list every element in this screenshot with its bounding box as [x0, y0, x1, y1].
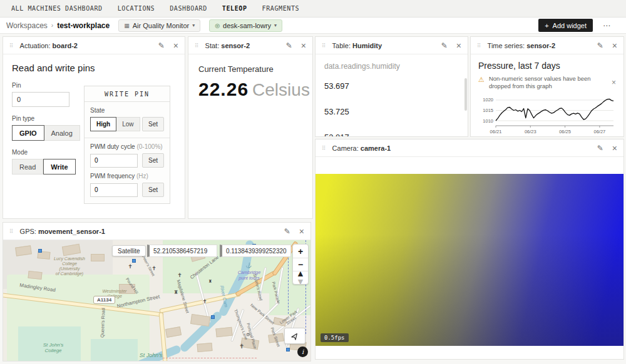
actuation-widget-header: ⠿ Actuation: board-2 ✎ × [3, 37, 185, 54]
edit-pencil-icon[interactable]: ✎ [284, 227, 290, 236]
table-widget-header: ⠿ Table: Humidity ✎ × [316, 37, 468, 54]
latitude-input[interactable] [147, 245, 217, 257]
locate-button[interactable] [284, 328, 305, 344]
nav-item-dashboard[interactable]: DASHBOARD [170, 5, 207, 12]
close-icon[interactable]: × [612, 41, 617, 51]
nav-item-teleop[interactable]: TELEOP [222, 5, 247, 12]
machine-selector-label: Air Quality Monitor [133, 22, 189, 29]
building [119, 284, 135, 294]
svg-text:06/21: 06/21 [490, 129, 502, 134]
mode-read-button[interactable]: Read [12, 159, 43, 174]
pin-type-analog-button[interactable]: Analog [44, 125, 80, 141]
svg-text:1010: 1010 [483, 118, 493, 123]
edit-pencil-icon[interactable]: ✎ [441, 41, 448, 50]
drag-handle-icon[interactable]: ⠿ [322, 145, 326, 151]
part-icon: ◎ [215, 23, 220, 29]
map-zoom-control: + − ▲▼ [292, 244, 309, 285]
state-label: State [90, 107, 164, 114]
camera-feed-image: 0.5fps [316, 174, 623, 346]
camera-widget-title: Camera: camera-1 [332, 144, 391, 152]
building [215, 327, 232, 338]
pin-type-gpio-button[interactable]: GPIO [12, 125, 44, 141]
edit-pencil-icon[interactable]: ✎ [597, 41, 603, 50]
gps-widget-title: GPS: movement_sensor-1 [20, 228, 105, 235]
drag-handle-icon[interactable]: ⠿ [322, 43, 326, 49]
info-button[interactable]: i [297, 346, 308, 357]
edit-pencil-icon[interactable]: ✎ [286, 41, 292, 50]
machine-selector[interactable]: ▦ Air Quality Monitor ▾ [118, 19, 200, 32]
svg-text:06/25: 06/25 [559, 129, 571, 134]
drag-handle-icon[interactable]: ⠿ [195, 43, 199, 49]
gps-widget-header: ⠿ GPS: movement_sensor-1 ✎ × [3, 223, 310, 240]
stat-label: Current Temperature [198, 64, 302, 74]
table-column-header: data.readings.humidity [324, 62, 459, 71]
pwm-freq-set-button[interactable]: Set [142, 183, 164, 197]
plus-icon: + [545, 22, 548, 29]
state-set-button[interactable]: Set [142, 117, 164, 131]
table-row: 53.817 [324, 124, 459, 137]
map-marker [286, 348, 290, 351]
close-icon[interactable]: × [173, 41, 178, 51]
table-row: 53.697 [324, 73, 459, 99]
drag-handle-icon[interactable]: ⠿ [9, 43, 14, 49]
pwm-duty-input[interactable] [90, 154, 138, 168]
scrollbar-thumb[interactable] [464, 78, 467, 111]
svg-text:1015: 1015 [483, 108, 493, 113]
church-icon: ✝ [128, 263, 133, 270]
drag-handle-icon[interactable]: ⠿ [477, 43, 481, 49]
close-icon[interactable]: × [301, 41, 306, 51]
longitude-input[interactable] [220, 245, 291, 257]
fps-badge: 0.5fps [321, 333, 349, 342]
actuation-widget-title: Actuation: board-2 [20, 42, 78, 49]
boundary [163, 358, 257, 358]
stat-value-row: 22.26Celsius [198, 79, 302, 100]
gps-map[interactable]: Madingley RoadNorthampton StreetPound Hi… [3, 240, 310, 361]
warning-close-icon[interactable]: × [612, 78, 616, 88]
map-marker [38, 249, 42, 253]
navigation-arrow-icon [289, 330, 300, 341]
camera-widget-header: ⠿ Camera: camera-1 ✎ × [316, 139, 623, 157]
drag-handle-icon[interactable]: ⠿ [9, 228, 14, 235]
pwm-freq-input[interactable] [90, 183, 138, 197]
compass-control[interactable]: ▲▼ [293, 271, 308, 284]
chart-title: Pressure, last 7 days [478, 61, 616, 71]
state-low-button[interactable]: Low [116, 117, 140, 131]
actuation-heading: Read and write pins [12, 63, 176, 73]
mode-write-button[interactable]: Write [43, 159, 75, 174]
close-icon[interactable]: × [612, 143, 617, 153]
nav-item-locations[interactable]: LOCATIONS [118, 5, 155, 12]
timeseries-widget-header: ⠿ Time series: sensor-2 ✎ × [471, 37, 623, 54]
close-icon[interactable]: × [456, 41, 461, 51]
actuation-widget: ⠿ Actuation: board-2 ✎ × Read and write … [3, 36, 185, 219]
pwm-duty-set-button[interactable]: Set [142, 153, 164, 168]
more-menu-button[interactable]: ⋯ [603, 21, 611, 30]
top-nav: ALL MACHINES DASHBOARD LOCATIONS DASHBOA… [0, 0, 626, 18]
pin-input[interactable] [12, 92, 69, 107]
breadcrumb-separator: › [51, 22, 53, 29]
stat-widget-header: ⠿ Stat: sensor-2 ✎ × [188, 37, 312, 54]
stat-widget-title: Stat: sensor-2 [205, 42, 250, 49]
svg-text:06/23: 06/23 [525, 129, 536, 134]
road-badge: A1134 [93, 296, 115, 304]
table-widget: ⠿ Table: Humidity ✎ × data.readings.humi… [315, 36, 468, 137]
humidity-table-rows: 53.69753.72553.81753.728 [324, 73, 459, 137]
breadcrumb-workspaces[interactable]: Workspaces [6, 21, 48, 30]
part-selector[interactable]: ◎ desk-sam-lowry ▾ [209, 19, 282, 32]
edit-pencil-icon[interactable]: ✎ [158, 41, 165, 50]
map-teal-field [91, 339, 138, 361]
camera-widget: ⠿ Camera: camera-1 ✎ × 0.5fps [315, 139, 624, 360]
nav-item-fragments[interactable]: FRAGMENTS [262, 5, 300, 12]
svg-text:06/27: 06/27 [593, 129, 605, 134]
add-widget-button[interactable]: + Add widget [538, 19, 593, 32]
map-teal-field [18, 326, 81, 361]
state-high-button[interactable]: High [90, 117, 116, 131]
breadcrumb-current: test-workplace [57, 21, 110, 30]
timeseries-widget-title: Time series: sensor-2 [488, 42, 555, 49]
building [197, 343, 212, 352]
edit-pencil-icon[interactable]: ✎ [597, 144, 603, 153]
close-icon[interactable]: × [299, 226, 304, 236]
church-icon: ✝ [151, 265, 156, 271]
nav-item-all-machines[interactable]: ALL MACHINES DASHBOARD [11, 5, 103, 12]
satellite-toggle-button[interactable]: Satellite [112, 245, 146, 256]
zoom-in-button[interactable]: + [293, 245, 308, 258]
